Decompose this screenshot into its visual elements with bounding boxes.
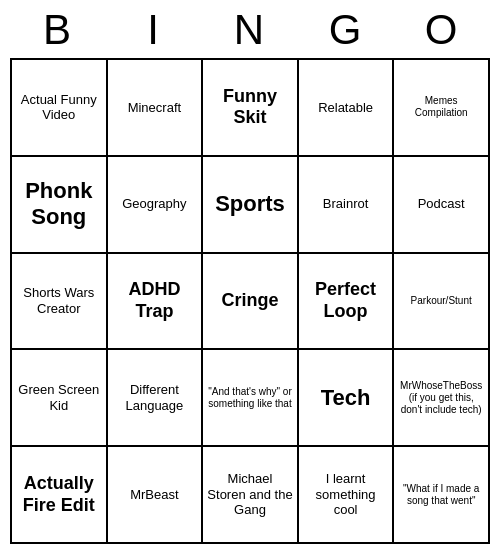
bingo-grid: Actual Funny VideoMinecraftFunny SkitRel… [10, 58, 490, 544]
bingo-cell-17: "And that's why" or something like that [202, 349, 298, 446]
bingo-cell-7: Sports [202, 156, 298, 253]
bingo-cell-13: Perfect Loop [298, 253, 394, 350]
bingo-cell-9: Podcast [393, 156, 489, 253]
bingo-cell-4: Memes Compilation [393, 59, 489, 156]
title-g: G [302, 6, 390, 54]
title-o: O [398, 6, 486, 54]
bingo-cell-10: Shorts Wars Creator [11, 253, 107, 350]
bingo-cell-12: Cringe [202, 253, 298, 350]
bingo-cell-16: Different Language [107, 349, 203, 446]
title-b: B [14, 6, 102, 54]
bingo-cell-22: Michael Storen and the Gang [202, 446, 298, 543]
bingo-cell-3: Relatable [298, 59, 394, 156]
bingo-cell-18: Tech [298, 349, 394, 446]
title-i: I [110, 6, 198, 54]
bingo-cell-21: MrBeast [107, 446, 203, 543]
bingo-cell-1: Minecraft [107, 59, 203, 156]
bingo-cell-24: "What if I made a song that went" [393, 446, 489, 543]
bingo-cell-8: Brainrot [298, 156, 394, 253]
bingo-cell-2: Funny Skit [202, 59, 298, 156]
bingo-cell-0: Actual Funny Video [11, 59, 107, 156]
bingo-cell-23: I learnt something cool [298, 446, 394, 543]
bingo-cell-11: ADHD Trap [107, 253, 203, 350]
title-n: N [206, 6, 294, 54]
bingo-cell-19: MrWhoseTheBoss (if you get this, don't i… [393, 349, 489, 446]
bingo-title: B I N G O [10, 0, 490, 58]
bingo-cell-5: Phonk Song [11, 156, 107, 253]
bingo-cell-20: Actually Fire Edit [11, 446, 107, 543]
bingo-cell-14: Parkour/Stunt [393, 253, 489, 350]
bingo-cell-6: Geography [107, 156, 203, 253]
bingo-cell-15: Green Screen Kid [11, 349, 107, 446]
